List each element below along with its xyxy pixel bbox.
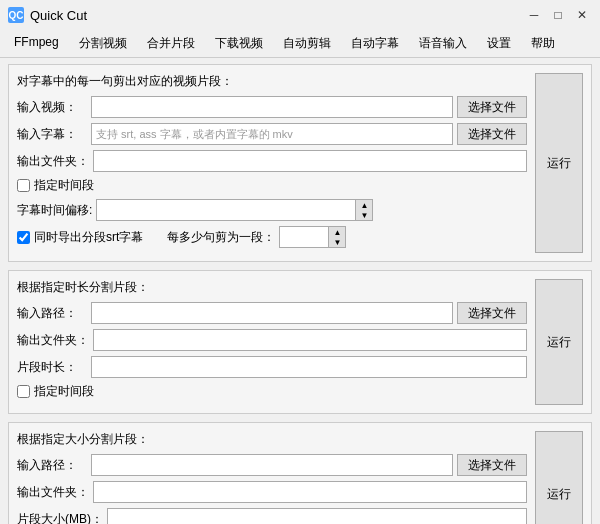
size-input[interactable]	[107, 508, 527, 524]
offset-label: 字幕时间偏移:	[17, 202, 92, 219]
app-title: Quick Cut	[30, 8, 87, 23]
export-subtitle-label: 同时导出分段srt字幕	[34, 229, 143, 246]
outdir1-label: 输出文件夹：	[17, 153, 89, 170]
video-select-button[interactable]: 选择文件	[457, 96, 527, 118]
timerange1-checkbox[interactable]	[17, 179, 30, 192]
menu-auto-edit[interactable]: 自动剪辑	[273, 32, 341, 55]
per-label: 每多少句剪为一段：	[167, 229, 275, 246]
close-button[interactable]: ✕	[572, 5, 592, 25]
export-subtitle-checkbox[interactable]	[17, 231, 30, 244]
menu-auto-subtitle[interactable]: 自动字幕	[341, 32, 409, 55]
subtitle-select-button[interactable]: 选择文件	[457, 123, 527, 145]
input2-label: 输入路径：	[17, 305, 87, 322]
section-subtitle-split: 对字幕中的每一句剪出对应的视频片段： 输入视频： 选择文件 输入字幕： 选择文件…	[8, 64, 592, 262]
menu-merge-clips[interactable]: 合并片段	[137, 32, 205, 55]
app-icon: QC	[8, 7, 24, 23]
timerange2-label: 指定时间段	[34, 383, 94, 400]
per-down-button[interactable]: ▼	[329, 237, 345, 247]
subtitle-input-row: 输入字幕： 选择文件	[17, 123, 527, 145]
video-input[interactable]	[91, 96, 453, 118]
title-bar: QC Quick Cut ─ □ ✕	[0, 0, 600, 30]
offset-up-button[interactable]: ▲	[356, 200, 372, 210]
outdir2-input[interactable]	[93, 329, 527, 351]
input2-row: 输入路径： 选择文件	[17, 302, 527, 324]
video-label: 输入视频：	[17, 99, 87, 116]
section3-inner: 根据指定大小分割片段： 输入路径： 选择文件 输出文件夹： 片段大小(MB)： …	[17, 431, 527, 524]
input2-select-button[interactable]: 选择文件	[457, 302, 527, 324]
window-controls: ─ □ ✕	[524, 5, 592, 25]
input3-row: 输入路径： 选择文件	[17, 454, 527, 476]
section-size-split: 根据指定大小分割片段： 输入路径： 选择文件 输出文件夹： 片段大小(MB)： …	[8, 422, 592, 524]
per-spinner: ▲ ▼	[329, 226, 346, 248]
subtitle-label: 输入字幕：	[17, 126, 87, 143]
outdir1-row: 输出文件夹：	[17, 150, 527, 172]
maximize-button[interactable]: □	[548, 5, 568, 25]
outdir2-label: 输出文件夹：	[17, 332, 89, 349]
outdir3-row: 输出文件夹：	[17, 481, 527, 503]
main-content: 对字幕中的每一句剪出对应的视频片段： 输入视频： 选择文件 输入字幕： 选择文件…	[0, 58, 600, 524]
outdir2-row: 输出文件夹：	[17, 329, 527, 351]
run3-button[interactable]: 运行	[535, 431, 583, 524]
section3-title: 根据指定大小分割片段：	[17, 431, 527, 448]
timerange2-row: 指定时间段	[17, 383, 527, 400]
menu-bar: FFmpeg 分割视频 合并片段 下载视频 自动剪辑 自动字幕 语音输入 设置 …	[0, 30, 600, 58]
section1-title: 对字幕中的每一句剪出对应的视频片段：	[17, 73, 527, 90]
size-label: 片段大小(MB)：	[17, 511, 103, 525]
offset-input-wrap: 0.00 ▲ ▼	[96, 199, 373, 221]
section2-inner: 根据指定时长分割片段： 输入路径： 选择文件 输出文件夹： 片段时长： 指定时间…	[17, 279, 527, 405]
menu-ffmpeg[interactable]: FFmpeg	[4, 32, 69, 55]
timerange2-checkbox[interactable]	[17, 385, 30, 398]
menu-help[interactable]: 帮助	[521, 32, 565, 55]
menu-settings[interactable]: 设置	[477, 32, 521, 55]
menu-voice-input[interactable]: 语音输入	[409, 32, 477, 55]
outdir3-input[interactable]	[93, 481, 527, 503]
menu-split-video[interactable]: 分割视频	[69, 32, 137, 55]
export-subtitle-row: 同时导出分段srt字幕 每多少句剪为一段： 1 ▲ ▼	[17, 226, 527, 248]
offset-row: 字幕时间偏移: 0.00 ▲ ▼	[17, 199, 527, 221]
input3-label: 输入路径：	[17, 457, 87, 474]
video-input-row: 输入视频： 选择文件	[17, 96, 527, 118]
duration-label: 片段时长：	[17, 359, 87, 376]
offset-input[interactable]: 0.00	[96, 199, 356, 221]
timerange1-row: 指定时间段	[17, 177, 527, 194]
section1-inner: 对字幕中的每一句剪出对应的视频片段： 输入视频： 选择文件 输入字幕： 选择文件…	[17, 73, 527, 253]
size-row: 片段大小(MB)：	[17, 508, 527, 524]
input3-input[interactable]	[91, 454, 453, 476]
section-duration-split: 根据指定时长分割片段： 输入路径： 选择文件 输出文件夹： 片段时长： 指定时间…	[8, 270, 592, 414]
offset-spinner: ▲ ▼	[356, 199, 373, 221]
subtitle-input[interactable]	[91, 123, 453, 145]
per-input-wrap: 1 ▲ ▼	[279, 226, 346, 248]
run2-button[interactable]: 运行	[535, 279, 583, 405]
duration-input[interactable]	[91, 356, 527, 378]
offset-down-button[interactable]: ▼	[356, 210, 372, 220]
per-input[interactable]: 1	[279, 226, 329, 248]
minimize-button[interactable]: ─	[524, 5, 544, 25]
section2-title: 根据指定时长分割片段：	[17, 279, 527, 296]
outdir3-label: 输出文件夹：	[17, 484, 89, 501]
title-bar-left: QC Quick Cut	[8, 7, 87, 23]
menu-download-video[interactable]: 下载视频	[205, 32, 273, 55]
per-up-button[interactable]: ▲	[329, 227, 345, 237]
timerange1-label: 指定时间段	[34, 177, 94, 194]
input2-input[interactable]	[91, 302, 453, 324]
input3-select-button[interactable]: 选择文件	[457, 454, 527, 476]
duration-row: 片段时长：	[17, 356, 527, 378]
outdir1-input[interactable]	[93, 150, 527, 172]
run1-button[interactable]: 运行	[535, 73, 583, 253]
